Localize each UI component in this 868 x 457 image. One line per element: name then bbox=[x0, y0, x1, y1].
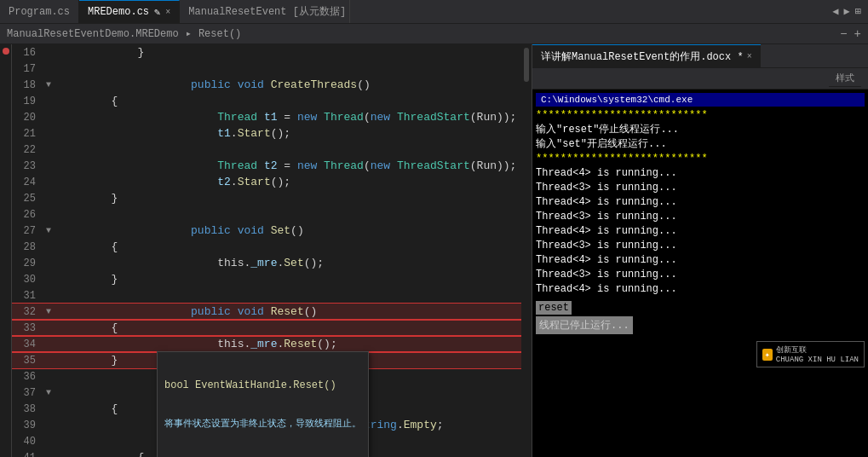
editor-scrollbar[interactable] bbox=[521, 44, 532, 457]
tab-mredemo-label: MREDemo.cs bbox=[88, 6, 149, 18]
tab-bar: Program.cs MREDemo.cs ✎ × ManualResetEve… bbox=[0, 0, 868, 24]
watermark-logo: ✦ bbox=[762, 349, 773, 361]
new-tab-icon[interactable]: ⊞ bbox=[855, 5, 861, 18]
cmd-stop-container: 线程已停止运行... bbox=[536, 316, 865, 334]
cmd-line-reset-hint: 输入"reset"停止线程运行... bbox=[536, 123, 865, 137]
tab-mredemo[interactable]: MREDemo.cs ✎ × bbox=[79, 0, 180, 23]
cmd-input-container: reset bbox=[536, 299, 865, 315]
code-line-16: 16 } bbox=[12, 44, 521, 61]
tab-mredemo-close[interactable]: × bbox=[165, 8, 170, 17]
tab-separator-label: ManualResetEvent [从元数据] bbox=[188, 4, 346, 19]
watermark-text: 创新互联CHUANG XIN HU LIAN bbox=[776, 344, 859, 364]
cmd-title-bar: C:\Windows\system32\cmd.exe bbox=[536, 93, 865, 107]
cmd-thread-4-5: Thread<4> is running... bbox=[536, 282, 865, 297]
cmd-thread-3-2: Thread<3> is running... bbox=[536, 210, 865, 224]
tab-program[interactable]: Program.cs bbox=[0, 0, 79, 23]
secondary-arrow: ▸ bbox=[186, 27, 192, 40]
scroll-right-icon[interactable]: ▶ bbox=[844, 5, 850, 18]
cmd-window: C:\Windows\system32\cmd.exe ************… bbox=[532, 90, 868, 457]
cmd-tab-close-icon[interactable]: × bbox=[747, 52, 752, 61]
tab-program-label: Program.cs bbox=[9, 6, 70, 18]
cmd-thread-4-2: Thread<4> is running... bbox=[536, 195, 865, 210]
secondary-bar: ManualResetEventDemo.MREDemo ▸ Reset() −… bbox=[0, 24, 868, 44]
tooltip-signature: bool EventWaitHandle.Reset() bbox=[164, 379, 361, 391]
code-line-32: 32 ▼ public void Reset() bbox=[12, 304, 521, 320]
action-breakpoint-icon bbox=[3, 48, 9, 55]
scroll-left-icon[interactable]: ◀ bbox=[832, 5, 838, 18]
right-sub-panel: 样式 C:\Windows\system32\cmd.exe *********… bbox=[532, 68, 868, 457]
code-container: 16 } 17 18 ▼ public void Creat bbox=[12, 44, 521, 457]
cmd-input-text: reset bbox=[536, 301, 572, 315]
cmd-thread-4-1: Thread<4> is running... bbox=[536, 166, 865, 181]
expand-icon[interactable]: + bbox=[854, 27, 861, 41]
collapse-icon[interactable]: − bbox=[840, 27, 847, 41]
cmd-tab-bar: 详讲解ManualResetEvent的作用.docx * × bbox=[532, 44, 868, 68]
editor-area[interactable]: 16 } 17 18 ▼ public void Creat bbox=[12, 44, 521, 457]
cmd-thread-3-4: Thread<3> is running... bbox=[536, 268, 865, 282]
style-label: 样式 bbox=[829, 70, 861, 87]
class-path[interactable]: ManualResetEventDemo.MREDemo bbox=[7, 28, 179, 40]
action-bar bbox=[0, 44, 12, 457]
right-panel: 详讲解ManualResetEvent的作用.docx * × 样式 C:\Wi… bbox=[532, 44, 868, 457]
cmd-tab-label: 详讲解ManualResetEvent的作用.docx * bbox=[541, 49, 744, 64]
cmd-thread-3-1: Thread<3> is running... bbox=[536, 181, 865, 195]
cmd-thread-3-3: Thread<3> is running... bbox=[536, 239, 865, 253]
code-line-18: 18 ▼ public void CreateThreads() bbox=[12, 77, 521, 93]
tab-mredemo-pin-icon: ✎ bbox=[154, 6, 160, 19]
cmd-line-set-hint: 输入"set"开启线程运行... bbox=[536, 137, 865, 152]
main-area: 16 } 17 18 ▼ public void Creat bbox=[0, 44, 868, 457]
tooltip-description: 将事件状态设置为非终止状态，导致线程阻止。 bbox=[164, 417, 361, 430]
code-line-34: 34 this._mre.Reset(); bool EventWaitHand… bbox=[12, 336, 521, 352]
editor-wrapper: 16 } 17 18 ▼ public void Creat bbox=[12, 44, 532, 457]
cmd-line-stars2: **************************** bbox=[536, 152, 865, 166]
scroll-thumb[interactable] bbox=[524, 48, 529, 82]
code-line-29: 29 this._mre.Set(); bbox=[12, 255, 521, 271]
cmd-thread-4-4: Thread<4> is running... bbox=[536, 253, 865, 268]
watermark: ✦ 创新互联CHUANG XIN HU LIAN bbox=[756, 341, 865, 367]
style-bar: 样式 bbox=[532, 68, 868, 90]
watermark-container: ✦ 创新互联CHUANG XIN HU LIAN bbox=[536, 341, 865, 367]
cmd-line-stars1: **************************** bbox=[536, 108, 865, 123]
tab-separator[interactable]: ManualResetEvent [从元数据] 📌 × bbox=[180, 0, 350, 23]
cmd-tab-docx[interactable]: 详讲解ManualResetEvent的作用.docx * × bbox=[532, 44, 761, 67]
code-line-27: 27 ▼ public void Set() bbox=[12, 223, 521, 239]
cmd-thread-4-3: Thread<4> is running... bbox=[536, 224, 865, 239]
intellisense-tooltip: bool EventWaitHandle.Reset() 将事件状态设置为非终止… bbox=[157, 351, 369, 457]
cmd-stop-text: 线程已停止运行... bbox=[536, 316, 633, 334]
method-name[interactable]: Reset() bbox=[198, 28, 241, 40]
